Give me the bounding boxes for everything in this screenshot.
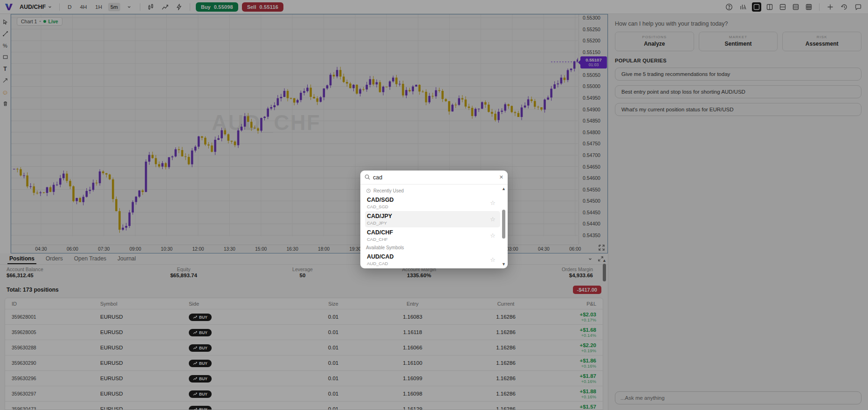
symbol-search-results: Recently UsedCAD/SGDCAD_SGD☆CAD/JPYCAD_J… — [360, 184, 508, 268]
favorite-star-icon[interactable]: ☆ — [489, 216, 496, 223]
symbol-result-text: AUD/CADAUD_CAD — [367, 253, 394, 266]
symbol-search-header: ✕ — [360, 171, 508, 184]
scrollbar-down-icon[interactable]: ▼ — [502, 262, 506, 266]
section-title: Available Symbols — [366, 245, 404, 250]
symbol-result-text: CAD/SGDCAD_SGD — [367, 197, 394, 209]
symbol-result-text: CAD/JPYCAD_JPY — [367, 213, 392, 226]
favorite-star-icon[interactable]: ☆ — [489, 256, 496, 263]
symbol-result-name: CAD/JPY — [367, 213, 392, 220]
symbol-result-aud_cad[interactable]: AUD/CADAUD_CAD☆ — [365, 252, 500, 268]
symbol-search-modal: ✕ Recently UsedCAD/SGDCAD_SGD☆CAD/JPYCAD… — [360, 171, 508, 268]
symbol-result-code: AUD_CAD — [367, 261, 394, 266]
symbol-result-code: CAD_CHF — [367, 237, 393, 242]
scrollbar-thumb[interactable] — [502, 210, 505, 239]
search-icon — [365, 173, 370, 182]
symbol-result-cad_sgd[interactable]: CAD/SGDCAD_SGD☆ — [365, 195, 500, 211]
favorite-star-icon[interactable]: ☆ — [489, 232, 496, 239]
section-header-recently-used: Recently Used — [366, 188, 500, 193]
section-header-available-symbols: Available Symbols — [366, 245, 500, 250]
trading-app: AUD/CHF D4H1H5m Buy 0.55098 Sell 0.55116 — [0, 0, 868, 410]
section-title: Recently Used — [373, 188, 404, 193]
symbol-result-name: CAD/CHF — [367, 229, 393, 237]
symbol-result-text: CAD/CHFCAD_CHF — [367, 229, 393, 242]
favorite-star-icon[interactable]: ☆ — [489, 199, 496, 206]
modal-scrollbar: ▲ ▼ — [501, 185, 506, 267]
symbol-result-cad_jpy[interactable]: CAD/JPYCAD_JPY☆ — [365, 211, 500, 227]
symbol-result-code: CAD_JPY — [367, 220, 392, 226]
symbol-result-name: CAD/SGD — [367, 197, 394, 204]
symbol-result-code: CAD_SGD — [367, 204, 394, 209]
close-icon[interactable]: ✕ — [499, 174, 503, 180]
symbol-search-input[interactable] — [373, 174, 496, 181]
clock-icon — [366, 188, 371, 193]
scrollbar-up-icon[interactable]: ▲ — [502, 186, 506, 191]
symbol-result-name: AUD/CAD — [367, 253, 394, 261]
symbol-result-cad_chf[interactable]: CAD/CHFCAD_CHF☆ — [365, 227, 500, 244]
